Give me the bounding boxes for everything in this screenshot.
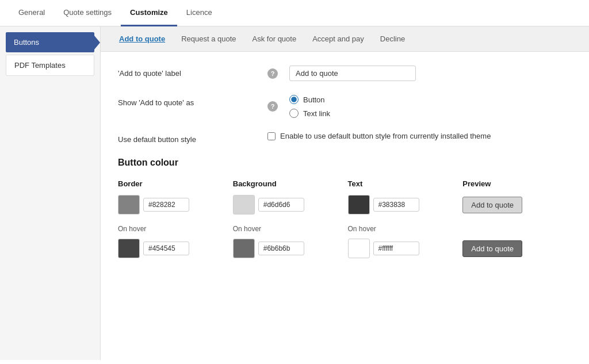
show-as-label: Show 'Add to quote' as [118,95,267,107]
preview-hover: Add to quote [462,240,572,257]
on-hover-label-text: On hover [348,224,457,233]
text-hover-hex-input[interactable] [373,242,419,255]
nav-item-quote-settings[interactable]: Quote settings [54,0,121,26]
background-hex-input[interactable] [258,198,304,212]
border-hover-swatch-group [118,239,227,258]
label-field-label: 'Add to quote' label [118,66,267,78]
text-hex-input[interactable] [373,198,419,212]
background-hover-hex-input[interactable] [258,242,304,255]
show-as-field-wrapper: ? Button Text link [267,95,330,118]
background-swatch-group [233,195,342,214]
color-table-headers: Border Background Text Preview [118,179,572,188]
preview-button-hover: Add to quote [462,240,522,257]
radio-group-show-as: Button Text link [289,95,330,118]
preview-button-normal: Add to quote [462,197,522,213]
help-icon-label[interactable]: ? [267,68,278,79]
color-header-preview: Preview [462,179,572,188]
default-style-checkbox[interactable] [267,132,276,140]
subtab-add-to-quote[interactable]: Add to quote [112,31,172,47]
sidebar-item-pdf-templates[interactable]: PDF Templates [6,55,94,76]
color-header-text: Text [348,179,457,188]
text-hover-color-swatch[interactable] [348,239,370,258]
text-swatch-group [348,195,457,214]
radio-text-link[interactable] [289,109,299,118]
border-hex-input[interactable] [143,198,189,212]
border-hover-color-swatch[interactable] [118,239,140,258]
on-hover-label-border: On hover [118,224,227,233]
top-navigation: General Quote settings Customize Licence [0,0,589,26]
default-style-label: Use default button style [118,132,267,144]
color-table: Border Background Text Preview [118,179,572,258]
sub-tabs: Add to quote Request a quote Ask for quo… [101,26,589,52]
color-header-border: Border [118,179,227,188]
radio-text-link-label: Text link [303,109,330,118]
label-field-row: 'Add to quote' label ? [118,66,572,81]
default-style-checkbox-row: Enable to use default button style from … [267,132,491,140]
color-row-hover: Add to quote [118,239,572,258]
default-style-row: Use default button style Enable to use d… [118,132,572,144]
border-swatch-group [118,195,227,214]
sidebar: Buttons PDF Templates [0,26,101,360]
show-as-row: Show 'Add to quote' as ? Button Text lin… [118,95,572,118]
text-hover-swatch-group [348,239,457,258]
background-color-swatch[interactable] [233,195,255,214]
form-content: 'Add to quote' label ? Show 'Add to quot… [101,52,589,281]
on-hover-label-bg: On hover [233,224,342,233]
border-color-swatch[interactable] [118,195,140,214]
nav-item-customize[interactable]: Customize [121,0,177,26]
background-hover-color-swatch[interactable] [233,239,255,258]
on-hover-labels: On hover On hover On hover [118,224,572,233]
help-icon-show-as[interactable]: ? [267,101,278,112]
border-hover-hex-input[interactable] [143,242,189,255]
radio-button-label: Button [303,95,325,104]
subtab-request-a-quote[interactable]: Request a quote [174,31,243,47]
preview-normal: Add to quote [462,197,572,213]
radio-option-button[interactable]: Button [289,95,330,104]
default-style-field-wrapper: Enable to use default button style from … [267,132,491,140]
label-text-input[interactable] [289,66,416,81]
default-style-checkbox-label: Enable to use default button style from … [280,132,491,140]
label-field-wrapper: ? [267,66,416,81]
main-layout: Buttons PDF Templates Add to quote Reque… [0,26,589,360]
color-row-normal: Add to quote [118,195,572,214]
color-header-background: Background [233,179,342,188]
radio-button[interactable] [289,95,299,104]
nav-item-general[interactable]: General [9,0,54,26]
background-hover-swatch-group [233,239,342,258]
text-color-swatch[interactable] [348,195,370,214]
radio-option-text-link[interactable]: Text link [289,109,330,118]
content-area: Add to quote Request a quote Ask for quo… [101,26,589,360]
subtab-ask-for-quote[interactable]: Ask for quote [246,31,304,47]
sidebar-item-buttons[interactable]: Buttons [6,32,94,52]
subtab-accept-and-pay[interactable]: Accept and pay [305,31,371,47]
section-heading-button-colour: Button colour [118,158,572,168]
subtab-decline[interactable]: Decline [373,31,412,47]
nav-item-licence[interactable]: Licence [177,0,221,26]
